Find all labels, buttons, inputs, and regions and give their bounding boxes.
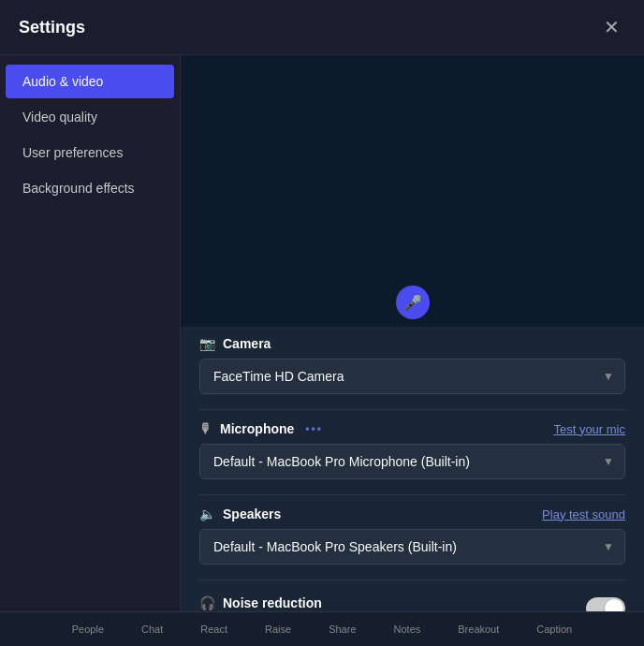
bottom-tab-people[interactable]: People [65, 620, 111, 639]
camera-select-wrapper: FaceTime HD Camera ▼ [199, 359, 625, 394]
headphones-icon: 🎧 [199, 595, 215, 610]
divider-3 [199, 580, 625, 580]
bottom-tab-caption[interactable]: Caption [529, 620, 579, 639]
camera-icon: 📷 [199, 336, 215, 351]
bottom-bar: People Chat React Raise Share Notes Brea… [0, 611, 644, 646]
sidebar-item-audio-video[interactable]: Audio & video [6, 65, 174, 98]
bottom-tab-react[interactable]: React [193, 620, 235, 639]
toggle-knob [605, 599, 623, 611]
noise-reduction-section: 🎧 Noise reduction Reduce background nois… [199, 592, 625, 611]
bottom-tab-raise[interactable]: Raise [257, 620, 299, 639]
settings-modal: Settings ✕ Audio & video Video quality U… [0, 0, 644, 646]
noise-reduction-info: 🎧 Noise reduction Reduce background nois… [199, 595, 577, 611]
sidebar-item-user-preferences[interactable]: User preferences [6, 136, 174, 169]
microphone-dots: ••• [305, 422, 323, 435]
modal-title: Settings [19, 18, 85, 37]
microphone-section-header: 🎙 Microphone ••• Test your mic [199, 421, 625, 436]
speakers-section: 🔈 Speakers Play test sound Default - Mac… [199, 507, 625, 565]
test-mic-button[interactable]: Test your mic [553, 422, 625, 436]
mic-indicator: 🎤 [396, 286, 430, 319]
microphone-select-wrapper: Default - MacBook Pro Microphone (Built-… [199, 444, 625, 479]
bottom-tab-chat[interactable]: Chat [134, 620, 170, 639]
microphone-section: 🎙 Microphone ••• Test your mic Default -… [199, 421, 625, 479]
divider-2 [199, 494, 625, 495]
speakers-section-header: 🔈 Speakers Play test sound [199, 507, 625, 521]
video-preview: 🎤 [181, 55, 644, 327]
microphone-label: 🎙 Microphone ••• [199, 421, 323, 436]
bottom-tab-breakout[interactable]: Breakout [450, 620, 506, 639]
divider-1 [199, 409, 625, 410]
camera-section: 📷 Camera FaceTime HD Camera ▼ [199, 336, 625, 394]
camera-select[interactable]: FaceTime HD Camera [199, 359, 625, 394]
sidebar-item-video-quality[interactable]: Video quality [6, 100, 174, 134]
speakers-select-wrapper: Default - MacBook Pro Speakers (Built-in… [199, 529, 625, 565]
modal-body: Audio & video Video quality User prefere… [0, 55, 644, 611]
camera-label: 📷 Camera [199, 336, 271, 351]
speakers-label: 🔈 Speakers [199, 507, 281, 521]
modal-header: Settings ✕ [0, 0, 644, 55]
noise-reduction-title: 🎧 Noise reduction [199, 595, 577, 610]
play-test-sound-button[interactable]: Play test sound [542, 507, 625, 521]
settings-sections: 📷 Camera FaceTime HD Camera ▼ [181, 327, 644, 611]
speakers-select[interactable]: Default - MacBook Pro Speakers (Built-in… [199, 529, 625, 565]
speakers-icon: 🔈 [199, 507, 215, 521]
camera-section-header: 📷 Camera [199, 336, 625, 351]
microphone-select[interactable]: Default - MacBook Pro Microphone (Built-… [199, 444, 625, 479]
main-content: 🎤 📷 Camera FaceTime HD Camera [181, 55, 644, 611]
microphone-icon: 🎙 [199, 421, 212, 436]
noise-reduction-toggle[interactable] [586, 597, 625, 611]
bottom-tab-share[interactable]: Share [321, 620, 363, 639]
close-button[interactable]: ✕ [597, 13, 625, 41]
sidebar: Audio & video Video quality User prefere… [0, 55, 181, 611]
bottom-tab-notes[interactable]: Notes [387, 620, 429, 639]
sidebar-item-background-effects[interactable]: Background effects [6, 171, 174, 205]
microphone-icon: 🎤 [403, 294, 422, 312]
